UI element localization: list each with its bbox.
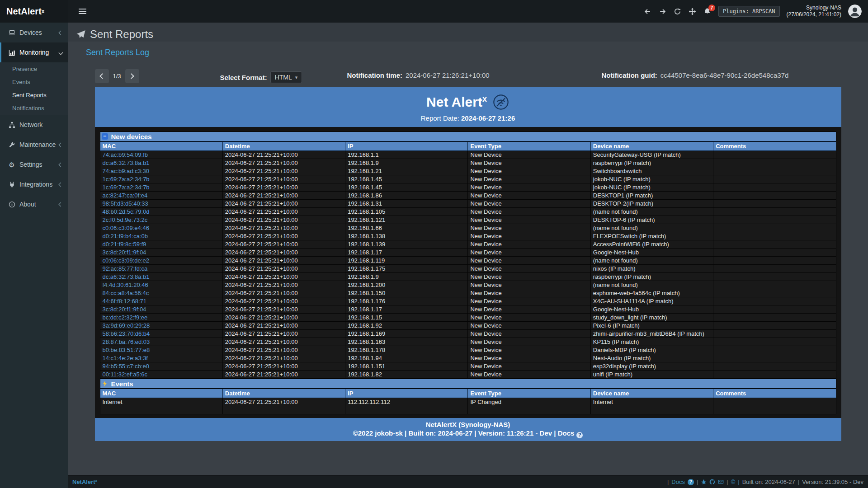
event-type-cell: New Device <box>468 322 590 330</box>
device-name-cell: Daniels-MBP (IP match) <box>590 346 713 354</box>
question-circle-icon[interactable]: ? <box>576 432 583 438</box>
datetime-cell: 2024-06-27 21:25:21+10:00 <box>222 216 345 224</box>
prev-page-button[interactable] <box>95 69 109 83</box>
sidebar-item-maintenance[interactable]: Maintenance <box>0 135 68 155</box>
device-name-cell: raspberrypi (IP match) <box>590 273 713 281</box>
device-row: 3c:8d:20:f1:9f:04 2024-06-27 21:25:21+10… <box>100 305 836 314</box>
device-row: dc:a6:32:73:8a:b1 2024-06-27 21:25:21+10… <box>100 159 836 167</box>
comments-cell <box>713 216 836 224</box>
datetime-cell: 2024-06-27 21:25:21+10:00 <box>222 297 345 305</box>
mail-icon[interactable] <box>718 479 724 485</box>
ip-cell: 192.168.1.119 <box>345 257 468 265</box>
question-circle-icon[interactable]: ? <box>688 479 694 485</box>
device-name-cell: DESKTOP-2(IP match) <box>590 200 713 208</box>
event-type-cell: New Device <box>468 159 590 167</box>
mac-link[interactable]: 74:ac:b9:54:09:fb <box>100 151 222 159</box>
sent-reports-log-link[interactable]: Sent Reports Log <box>86 48 149 57</box>
device-row: bc:dd:c2:32:f9:ee 2024-06-27 21:25:21+10… <box>100 314 836 322</box>
back-arrow-icon[interactable] <box>644 7 652 15</box>
device-name-cell: unifi (IP match) <box>590 371 713 379</box>
docs-link[interactable]: Docs <box>671 479 685 485</box>
bug-icon[interactable] <box>701 479 707 485</box>
mac-link[interactable]: 44:6f:f8:12:68:71 <box>100 297 222 305</box>
gear-icon: ⚙ <box>8 161 16 168</box>
github-icon[interactable] <box>709 479 715 485</box>
mac-link[interactable]: dc:a6:32:73:8a:b1 <box>100 273 222 281</box>
report-body: − New devices MAC Datetime IP Event Type… <box>95 127 841 414</box>
mac-link[interactable]: 84:cc:a8:4a:56:4c <box>100 289 222 297</box>
mac-link[interactable]: 28:87:ba:76:ed:03 <box>100 338 222 346</box>
ip-cell: 192.168.1.176 <box>345 297 468 305</box>
mac-link[interactable]: 98:5f:d3:d5:40:33 <box>100 200 222 208</box>
device-row: 48:b0:2d:5c:79:0d 2024-06-27 21:25:21+10… <box>100 208 836 216</box>
chevron-left-icon <box>59 30 63 35</box>
device-row: 98:5f:d3:d5:40:33 2024-06-27 21:25:21+10… <box>100 200 836 208</box>
sidebar-subitem-sent-reports[interactable]: Sent Reports <box>0 89 68 102</box>
report-controls: 1/3 Select Format: HTML ▾ Notification t… <box>95 68 841 84</box>
mac-link[interactable]: ac:82:47:ca:0f:e4 <box>100 192 222 200</box>
comments-cell <box>713 192 836 200</box>
forward-arrow-icon[interactable] <box>659 7 667 15</box>
mac-link[interactable]: d0:21:f9:8c:59:f9 <box>100 240 222 249</box>
event-type-cell: New Device <box>468 224 590 232</box>
event-type-cell: New Device <box>468 175 590 183</box>
notifications-bell-icon[interactable]: 7 <box>703 7 712 15</box>
mac-link[interactable]: 48:b0:2d:5c:79:0d <box>100 208 222 216</box>
sidebar-item-settings[interactable]: ⚙ Settings <box>0 155 68 174</box>
monitoring-submenu: Presence Events Sent Reports Notificatio… <box>0 62 68 115</box>
format-select[interactable]: HTML ▾ <box>270 71 302 83</box>
mac-link[interactable]: dc:a6:32:73:8a:b1 <box>100 159 222 167</box>
device-name-cell: esphome-web-4a564c (IP match) <box>590 289 713 297</box>
move-icon[interactable] <box>689 7 697 15</box>
sidebar-item-integrations[interactable]: Integrations <box>0 174 68 194</box>
empty-row <box>100 406 836 414</box>
event-type-cell: New Device <box>468 273 590 281</box>
mac-link[interactable]: 3c:8d:20:f1:9f:04 <box>100 249 222 257</box>
event-type-cell: New Device <box>468 208 590 216</box>
next-page-button[interactable] <box>125 69 139 83</box>
sidebar-item-network[interactable]: Network <box>0 115 68 135</box>
sidebar-subitem-presence[interactable]: Presence <box>0 62 68 75</box>
report-preview: Net Alertx Report Date: 2024-06-27 21:26… <box>95 87 841 441</box>
mac-link[interactable]: 74:ac:b9:ad:c3:30 <box>100 167 222 175</box>
notification-count-badge: 7 <box>708 5 715 11</box>
footer-brand[interactable]: NetAlertx <box>72 479 97 485</box>
mac-link[interactable]: c0:06:c3:09:de:e2 <box>100 257 222 265</box>
sidebar-subitem-events[interactable]: Events <box>0 75 68 89</box>
mac-link[interactable]: 1c:69:7a:a2:34:7b <box>100 183 222 192</box>
comments-cell <box>713 183 836 192</box>
app-logo[interactable]: NetAlertx <box>0 0 68 23</box>
mac-link[interactable]: 2c:f0:5d:9e:73:2c <box>100 216 222 224</box>
refresh-icon[interactable] <box>674 7 682 15</box>
ip-cell: 192.168.1.86 <box>345 192 468 200</box>
copyright-icon[interactable]: © <box>731 479 736 485</box>
notification-time-label: Notification time: <box>347 71 403 79</box>
mac-link[interactable]: 3a:9d:69:e0:29:28 <box>100 322 222 330</box>
mac-link[interactable]: 92:ac:85:77:fd:ca <box>100 265 222 273</box>
mac-link[interactable]: b0:be:83:51:77:e8 <box>100 346 222 354</box>
ip-cell: 192.168.1.82 <box>345 371 468 379</box>
sidebar-toggle-button[interactable] <box>76 6 89 17</box>
sidebar-item-monitoring[interactable]: Monitoring <box>0 42 68 62</box>
mac-link[interactable]: d0:21:f9:b4:ca:0b <box>100 232 222 240</box>
mac-link[interactable]: 94:b5:55:c7:cb:e0 <box>100 362 222 371</box>
plugins-badge[interactable]: Plugins: ARPSCAN <box>718 6 780 17</box>
datetime-cell: 2024-06-27 21:25:21+10:00 <box>222 232 345 240</box>
mac-link[interactable]: 3c:8d:20:f1:9f:04 <box>100 305 222 314</box>
comments-cell <box>713 273 836 281</box>
mac-link[interactable]: f4:4d:30:61:20:46 <box>100 281 222 289</box>
sidebar-subitem-notifications[interactable]: Notifications <box>0 102 68 115</box>
comments-cell <box>713 159 836 167</box>
mac-link[interactable]: bc:dd:c2:32:f9:ee <box>100 314 222 322</box>
mac-link[interactable]: 14:c1:4e:2e:a3:3f <box>100 354 222 362</box>
sidebar-item-devices[interactable]: Devices <box>0 23 68 42</box>
user-avatar[interactable] <box>848 5 862 18</box>
mac-link[interactable]: 00:11:32:ef:a5:6c <box>100 371 222 379</box>
mac-link[interactable]: 58:b6:23:70:d6:b4 <box>100 330 222 338</box>
mac-link[interactable]: 1c:69:7a:a2:34:7b <box>100 175 222 183</box>
netalertx-logo-icon <box>492 94 509 111</box>
datetime-cell: 2024-06-27 21:25:21+10:00 <box>222 371 345 379</box>
comments-cell <box>713 167 836 175</box>
sidebar-item-about[interactable]: About <box>0 194 68 214</box>
mac-link[interactable]: c0:06:c3:09:e4:46 <box>100 224 222 232</box>
